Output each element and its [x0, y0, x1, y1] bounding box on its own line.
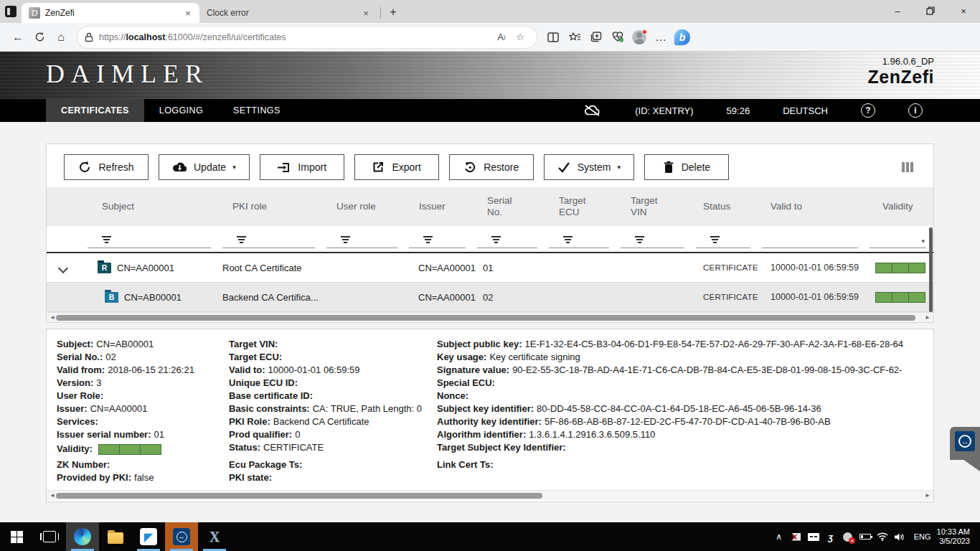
filter-input-user-role[interactable] [326, 231, 397, 248]
favorite-star-icon[interactable]: ☆ [511, 28, 529, 47]
scroll-right-arrow[interactable]: ► [924, 492, 931, 499]
detail-line: Subject key identifier:80-DD-45-58-CC-84… [437, 402, 926, 415]
browser-tab-zenzefi[interactable]: D ZenZefi × [22, 3, 199, 23]
scroll-left-arrow[interactable]: ◄ [49, 314, 56, 321]
scrollbar-track[interactable] [56, 492, 924, 499]
nav-tab-logging[interactable]: LOGGING [144, 99, 218, 122]
browser-essentials-icon[interactable] [607, 27, 628, 48]
import-action-button[interactable]: Import [260, 154, 344, 180]
info-icon[interactable]: i [908, 103, 923, 118]
filter-input-serial[interactable] [477, 231, 537, 248]
filter-input-issuer[interactable] [409, 231, 466, 248]
details-horizontal-scrollbar[interactable]: ◄ ► [47, 490, 933, 500]
favorites-icon[interactable] [564, 27, 585, 48]
bing-copilot-icon[interactable]: b [672, 27, 693, 48]
vertical-scrollbar[interactable] [929, 227, 933, 312]
language-indicator[interactable]: ENG [914, 532, 931, 541]
filter-input-valid-to[interactable] [762, 231, 858, 248]
taskbar-teamviewer-button[interactable]: ↔ [165, 522, 198, 551]
filter-icon [635, 236, 644, 245]
task-view-button[interactable] [33, 522, 66, 551]
filter-input-status[interactable] [696, 231, 750, 248]
network-error-tray-icon[interactable]: ✕ [788, 533, 805, 541]
status-value: CERTIFICATE [696, 293, 762, 301]
battery-tray-icon[interactable] [857, 534, 874, 540]
nav-tab-certificates[interactable]: CERTIFICATES [46, 99, 144, 122]
scrollbar-track[interactable] [56, 314, 924, 321]
task-view-icon [43, 531, 56, 542]
system-dropdown-caret[interactable]: ▾ [617, 164, 621, 171]
volume-tray-icon[interactable] [891, 532, 908, 542]
taskbar-app-button[interactable]: ◤ [132, 522, 165, 551]
read-aloud-icon[interactable]: A) [492, 28, 511, 47]
filter-input-subject[interactable] [88, 231, 211, 248]
hidden-icons-chevron[interactable]: ∧ [771, 532, 788, 542]
column-chooser-icon[interactable] [900, 162, 913, 172]
collections-icon[interactable] [585, 27, 607, 48]
dashes-tray-icon[interactable] [805, 533, 822, 541]
split-screen-icon[interactable] [542, 27, 564, 48]
column-header-pki-role[interactable]: PKI role [222, 201, 326, 212]
export-action-button[interactable]: Export [354, 154, 439, 180]
browser-tab-clock-error[interactable]: Clock error × [199, 3, 377, 23]
profile-avatar[interactable] [628, 27, 650, 48]
tab-close-icon[interactable]: × [360, 7, 372, 19]
details-column-1: Subject:CN=AB00001 Serial No.:02 Valid f… [57, 338, 229, 484]
column-header-user-role[interactable]: User role [326, 201, 409, 212]
certificate-row-root[interactable]: RCN=AA00001 Root CA Certificate CN=AA000… [47, 253, 933, 283]
restore-action-button[interactable]: Restore [449, 154, 534, 180]
back-button[interactable]: ← [7, 27, 29, 48]
refresh-button[interactable] [29, 27, 50, 48]
dropdown-caret-icon[interactable]: ▾ [921, 237, 925, 245]
settings-menu-icon[interactable]: … [650, 27, 672, 48]
system-tray: ∧ ✕ ʒ ENG 10:33 AM 3/5/2023 [771, 522, 980, 551]
taskbar-explorer-button[interactable] [99, 522, 132, 551]
start-button[interactable] [0, 522, 33, 551]
new-tab-button[interactable]: + [384, 3, 402, 22]
help-icon[interactable]: ? [861, 103, 875, 118]
column-header-status[interactable]: Status [696, 201, 762, 212]
taskbar-edge-button[interactable] [66, 522, 99, 551]
column-header-target-vin[interactable]: Target VIN [621, 195, 672, 218]
wifi-tray-icon[interactable] [874, 532, 891, 541]
system-action-button[interactable]: System ▾ [544, 154, 634, 180]
detail-line: Subject public key:1E-F1-32-E4-C5-B3-04-… [437, 338, 926, 351]
speaker-icon [894, 532, 905, 542]
restore-button[interactable] [914, 0, 947, 22]
nav-tab-settings[interactable]: SETTINGS [218, 99, 296, 122]
certificate-row-backend[interactable]: BCN=AB00001 Backend CA Certifica... CN=A… [47, 283, 933, 312]
update-dropdown-caret[interactable]: ▾ [232, 164, 236, 171]
filter-input-target-vin[interactable] [621, 231, 684, 248]
close-button[interactable]: × [947, 0, 980, 22]
update-action-button[interactable]: Update ▾ [159, 154, 250, 180]
column-header-valid-to[interactable]: Valid to [762, 201, 870, 212]
expand-chevron-icon[interactable] [59, 263, 67, 272]
minimize-button[interactable]: – [881, 0, 914, 22]
url-bar[interactable]: https://localhost:61000/#/zenzefi/ui/cer… [77, 27, 537, 48]
taskbar-clock[interactable]: 10:33 AM 3/5/2023 [937, 527, 970, 546]
taskbar-xentry-button[interactable]: X [198, 522, 231, 551]
detail-line: Prod qualifier:0 [229, 428, 437, 441]
delete-action-button[interactable]: Delete [644, 154, 729, 180]
scroll-right-arrow[interactable]: ► [924, 314, 931, 321]
column-header-subject[interactable]: Subject [79, 201, 222, 212]
person-error-tray-icon[interactable] [839, 532, 857, 542]
column-header-validity[interactable]: Validity [870, 201, 933, 212]
tab-actions-button[interactable] [0, 0, 22, 23]
language-toggle[interactable]: DEUTSCH [783, 105, 828, 116]
scroll-left-arrow[interactable]: ◄ [49, 492, 56, 499]
filter-select-validity[interactable]: ▾ [870, 231, 926, 248]
detail-line: Validity: [57, 441, 229, 458]
squiggle-tray-icon[interactable]: ʒ [822, 532, 839, 542]
table-horizontal-scrollbar[interactable]: ◄ ► [47, 312, 933, 322]
home-button[interactable]: ⌂ [50, 27, 72, 48]
refresh-action-button[interactable]: Refresh [64, 154, 149, 180]
filter-input-target-ecu[interactable] [549, 231, 609, 248]
scrollbar-thumb[interactable] [56, 493, 542, 499]
column-header-issuer[interactable]: Issuer [409, 201, 477, 212]
filter-input-pki-role[interactable] [222, 231, 315, 248]
column-header-target-ecu[interactable]: Target ECU [549, 195, 600, 218]
scrollbar-thumb[interactable] [56, 315, 915, 321]
column-header-serial[interactable]: Serial No. [477, 195, 529, 218]
tab-close-icon[interactable]: × [182, 7, 194, 19]
